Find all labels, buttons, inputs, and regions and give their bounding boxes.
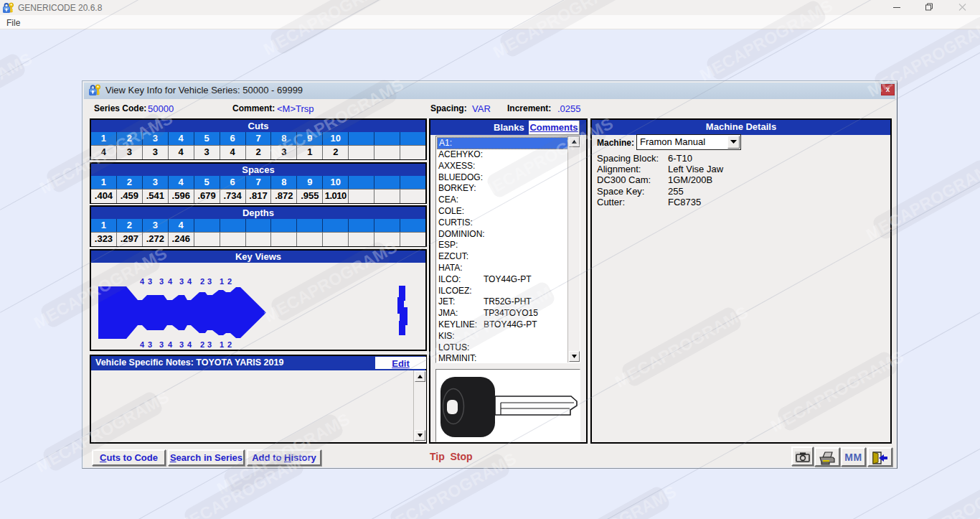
svg-text:3: 3 bbox=[179, 340, 184, 348]
svg-text:3: 3 bbox=[159, 340, 164, 348]
svg-text:2: 2 bbox=[227, 277, 232, 286]
svg-text:4: 4 bbox=[187, 340, 192, 348]
svg-text:3: 3 bbox=[159, 277, 164, 286]
svg-text:3: 3 bbox=[148, 340, 152, 348]
svg-text:3: 3 bbox=[179, 277, 184, 286]
svg-text:3: 3 bbox=[207, 277, 212, 286]
svg-text:4: 4 bbox=[187, 277, 192, 286]
svg-text:3: 3 bbox=[207, 340, 212, 348]
svg-text:2: 2 bbox=[227, 340, 232, 348]
svg-text:2: 2 bbox=[200, 277, 204, 286]
svg-text:3: 3 bbox=[148, 277, 152, 286]
svg-text:4: 4 bbox=[140, 340, 145, 348]
svg-text:4: 4 bbox=[168, 277, 173, 286]
svg-text:4: 4 bbox=[168, 340, 173, 348]
svg-text:2: 2 bbox=[200, 340, 204, 348]
svg-text:1: 1 bbox=[220, 340, 224, 348]
svg-text:1: 1 bbox=[220, 277, 224, 286]
